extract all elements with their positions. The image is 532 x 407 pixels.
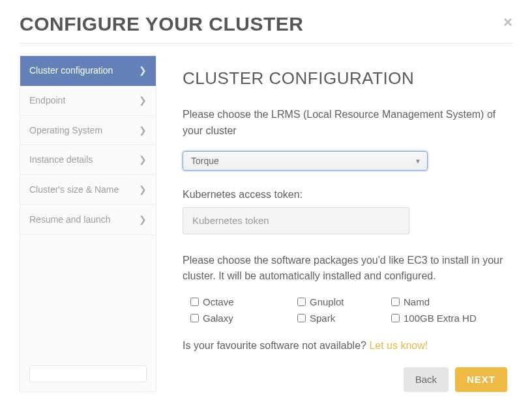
sidebar-item-label: Operating System xyxy=(29,125,102,136)
sidebar-item-label: Resume and launch xyxy=(29,214,111,225)
package-spark[interactable]: Spark xyxy=(297,313,389,324)
page-title: CLUSTER CONFIGURATION xyxy=(183,68,507,89)
packages-grid: Octave Gnuplot Namd Galaxy Spark xyxy=(190,296,507,324)
sidebar-item-label: Cluster configuration xyxy=(29,65,113,76)
lrms-select-value: Torque xyxy=(191,156,219,166)
package-label: Spark xyxy=(310,313,335,324)
package-label: Galaxy xyxy=(203,313,233,324)
main-panel: CLUSTER CONFIGURATION Please choose the … xyxy=(156,55,512,392)
back-button[interactable]: Back xyxy=(404,367,449,392)
sidebar-item-label: Instance details xyxy=(29,154,93,165)
sidebar-item-cluster-size-name[interactable]: Cluster's size & Name ❯ xyxy=(20,175,156,205)
chevron-right-icon: ❯ xyxy=(139,95,147,106)
package-label: 100GB Extra HD xyxy=(404,313,477,324)
sidebar-item-operating-system[interactable]: Operating System ❯ xyxy=(20,116,156,146)
package-checkbox[interactable] xyxy=(391,314,400,322)
sidebar-item-label: Endpoint xyxy=(29,95,65,106)
close-icon[interactable]: × xyxy=(503,10,512,30)
package-octave[interactable]: Octave xyxy=(190,296,295,307)
next-button[interactable]: NEXT xyxy=(455,367,507,392)
package-label: Namd xyxy=(404,296,430,307)
chevron-right-icon: ❯ xyxy=(139,184,147,195)
modal-title: CONFIGURE YOUR CLUSTER xyxy=(20,13,303,35)
chevron-right-icon: ❯ xyxy=(139,154,147,165)
lrms-select[interactable]: Torque ▼ xyxy=(183,151,428,171)
sidebar-item-instance-details[interactable]: Instance details ❯ xyxy=(20,145,156,175)
missing-software-text: Is your favourite software not available… xyxy=(183,340,369,351)
let-us-know-link[interactable]: Let us know! xyxy=(369,340,428,351)
package-checkbox[interactable] xyxy=(190,314,199,322)
package-namd[interactable]: Namd xyxy=(391,296,502,307)
packages-prompt: Please choose the software packages you'… xyxy=(183,253,507,285)
modal-header: CONFIGURE YOUR CLUSTER × xyxy=(20,10,512,44)
chevron-right-icon: ❯ xyxy=(139,125,147,136)
package-checkbox[interactable] xyxy=(190,298,199,306)
sidebar-item-endpoint[interactable]: Endpoint ❯ xyxy=(20,86,156,116)
chevron-right-icon: ❯ xyxy=(139,65,147,76)
package-checkbox[interactable] xyxy=(297,298,306,306)
wizard-footer: Back NEXT xyxy=(183,367,507,392)
sidebar-item-label: Cluster's size & Name xyxy=(29,184,119,195)
package-galaxy[interactable]: Galaxy xyxy=(190,313,295,324)
package-label: Octave xyxy=(203,296,234,307)
sidebar-item-cluster-configuration[interactable]: Cluster configuration ❯ xyxy=(20,56,156,86)
token-label: Kubernetes access token: xyxy=(183,189,507,201)
chevron-right-icon: ❯ xyxy=(139,214,147,225)
package-label: Gnuplot xyxy=(310,296,344,307)
wizard-sidebar: Cluster configuration ❯ Endpoint ❯ Opera… xyxy=(20,55,156,392)
missing-software-line: Is your favourite software not available… xyxy=(183,338,507,354)
package-extra-hd[interactable]: 100GB Extra HD xyxy=(391,313,502,324)
package-checkbox[interactable] xyxy=(391,298,400,306)
caret-down-icon: ▼ xyxy=(415,157,421,164)
sidebar-item-resume-launch[interactable]: Resume and launch ❯ xyxy=(20,205,156,235)
package-gnuplot[interactable]: Gnuplot xyxy=(297,296,389,307)
lrms-prompt: Please choose the LRMS (Local Resource M… xyxy=(183,107,507,139)
kubernetes-token-input[interactable] xyxy=(183,207,409,234)
package-checkbox[interactable] xyxy=(297,314,306,322)
sidebar-bottom-input[interactable] xyxy=(29,365,147,382)
